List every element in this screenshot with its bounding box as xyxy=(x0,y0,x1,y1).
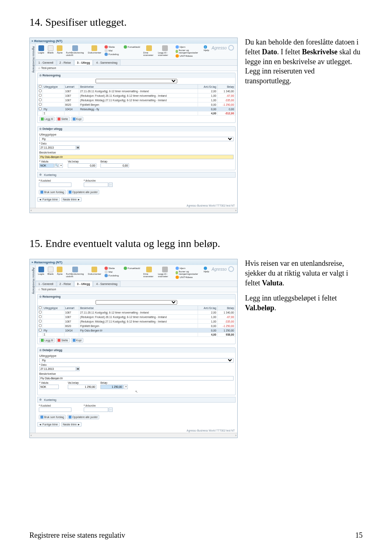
ideas-button[interactable]: UNIT4Ideas xyxy=(176,54,200,58)
side-menu[interactable]: Agresso Hovedmeny xyxy=(30,44,36,208)
currency-lookup-icon[interactable]: 🔍 xyxy=(54,163,58,168)
scrollbar[interactable]: ‹› xyxy=(30,208,237,213)
help-info-icon[interactable]: i xyxy=(204,45,209,49)
use-as-template-button[interactable]: Bruk som forslag xyxy=(39,190,66,194)
filter-select[interactable] xyxy=(96,79,177,83)
add-shortcut-button[interactable]: Legg til i snarveier xyxy=(157,266,173,278)
table-row[interactable]: Fly10414Reiseutlegg - fly0,000,00 xyxy=(38,107,235,111)
col-lonnart: Lønnart xyxy=(64,306,79,310)
table-row[interactable]: 1087(Reduksjon: Frokost) 28.11 Kostgodtg… xyxy=(38,93,235,98)
blank-button[interactable]: Blank xyxy=(47,266,54,276)
table-row[interactable]: Fly10414Fly Oslo-Bergen t/r0,001 250,00 xyxy=(38,328,235,333)
prev-step-button[interactable]: ◄ Forrige trinn xyxy=(37,422,60,427)
update-all-button[interactable]: Oppdatere alle poster xyxy=(67,190,100,194)
preview-button[interactable]: Forhåndsvisning utskrift xyxy=(65,45,85,57)
arbordre-lookup-icon[interactable]: … xyxy=(109,407,113,412)
nav-icons-button[interactable]: Ikoner og navigeringsstader xyxy=(176,49,200,54)
blank-button[interactable]: Blank xyxy=(47,45,54,54)
save-button[interactable]: Lagre xyxy=(37,266,45,276)
template-button[interactable]: Mal xyxy=(105,49,119,52)
add-row-button[interactable]: Legg til xyxy=(39,338,55,343)
table-row[interactable]: 108727.11-28.11 Kostgodtgj. 8-12 timer m… xyxy=(38,310,235,315)
col-check[interactable] xyxy=(39,306,42,309)
template-button[interactable]: Mal xyxy=(105,270,119,274)
screenshot-14: » Reiseregning (NT) Agresso Hovedmeny La… xyxy=(29,38,238,213)
amount-field[interactable] xyxy=(100,163,129,168)
ideas-button[interactable]: UNIT4Ideas xyxy=(176,276,200,279)
table-row[interactable]: 8620Flybillett Bergen0,00-1 250,00 xyxy=(38,102,235,107)
col-check[interactable] xyxy=(38,85,43,89)
currency-field[interactable] xyxy=(39,163,54,168)
kontering-section[interactable]: ☆Kontering xyxy=(37,172,236,178)
koststed-field[interactable] xyxy=(39,183,71,187)
add-row-button[interactable]: Legg til xyxy=(39,117,55,121)
open-button[interactable]: Åpne xyxy=(56,45,63,54)
calendar-icon[interactable]: ▦ xyxy=(76,367,80,371)
next-step-button[interactable]: Neste trinn ► xyxy=(61,422,82,427)
kontering-section[interactable]: ☆Kontering xyxy=(37,397,236,403)
arbordre-lookup-icon[interactable]: … xyxy=(109,183,113,187)
table-row[interactable]: 108727.11-28.11 Kostgodtgj. 8-12 timer m… xyxy=(38,89,235,93)
arbordre-field[interactable] xyxy=(84,407,108,412)
home-button[interactable]: Hjem xyxy=(176,45,200,49)
table-row[interactable]: 1087(Reduksjon: Middag) 27.11 Kostgodtgj… xyxy=(38,319,235,324)
valamount-field[interactable] xyxy=(68,163,96,168)
documents-button[interactable]: Dokumenter xyxy=(87,45,102,54)
copy-row-button[interactable]: Kopi xyxy=(71,117,83,121)
distribution-button[interactable]: Fordeling xyxy=(105,53,119,56)
save-button[interactable]: Lagre xyxy=(37,45,45,54)
filter-select[interactable] xyxy=(96,300,177,305)
date-field[interactable] xyxy=(39,367,76,371)
shortcuts-button[interactable]: Dine snarveier xyxy=(143,45,156,57)
distribution-button[interactable]: Fordeling xyxy=(105,274,119,277)
table-row[interactable]: 1087(Reduksjon: Middag) 27.11 Kostgodtgj… xyxy=(38,98,235,102)
calendar-icon[interactable]: ▦ xyxy=(76,145,80,150)
description-field[interactable] xyxy=(39,376,234,381)
nav-icons-button[interactable]: Ikoner og navigeringsstader xyxy=(176,270,200,275)
shortcuts-button[interactable]: Dine snarveier xyxy=(143,266,156,278)
tab-expenses[interactable]: 3 - Utlegg xyxy=(74,60,93,65)
help-info-icon[interactable] xyxy=(204,267,209,270)
help-button[interactable]: Hjelp xyxy=(204,270,209,273)
tab-travel[interactable]: 2 - Reise xyxy=(57,281,74,287)
type-select[interactable]: Fly xyxy=(39,137,234,141)
scrollbar[interactable]: ‹› xyxy=(30,433,237,438)
type-select[interactable]: Fly xyxy=(39,358,234,363)
open-button[interactable]: Åpne xyxy=(56,266,63,276)
draft-button[interactable]: Forsøkladd xyxy=(124,267,140,270)
date-field[interactable] xyxy=(39,145,76,150)
tab-expenses[interactable]: 3 - Utlegg xyxy=(74,281,93,287)
currency-dropdown-icon[interactable]: ▾ xyxy=(59,163,63,168)
next-step-button[interactable]: Neste trinn ► xyxy=(61,197,82,202)
table-row[interactable]: 1087(Reduksjon: Frokost) 28.11 Kostgodtg… xyxy=(38,315,235,319)
copy-row-button[interactable]: Kopi xyxy=(71,338,83,343)
description-field[interactable] xyxy=(39,155,234,159)
delete-button[interactable]: Slette xyxy=(105,267,119,270)
documents-button[interactable]: Dokumenter xyxy=(87,266,102,276)
table-row[interactable]: 8620Flybillett Bergen0,00-1 250,00 xyxy=(38,324,235,328)
home-button[interactable]: Hjem xyxy=(176,267,200,270)
prev-step-button[interactable]: ◄ Forrige trinn xyxy=(37,197,60,202)
currency-field[interactable] xyxy=(39,385,59,389)
tab-travel[interactable]: 2 - Reise xyxy=(57,60,74,65)
delete-row-button[interactable]: Slette xyxy=(56,117,70,121)
koststed-field[interactable] xyxy=(39,407,71,412)
tab-general[interactable]: 1 - Generell xyxy=(36,281,56,287)
draft-button[interactable]: Forsøkladd xyxy=(124,45,140,49)
help-button[interactable]: Hjelp xyxy=(204,49,209,51)
delete-button[interactable]: Slette xyxy=(105,45,119,49)
tab-summary[interactable]: 4 - Sammendrag xyxy=(93,60,120,65)
amount-field[interactable] xyxy=(100,385,123,389)
arbordre-field[interactable] xyxy=(84,183,108,187)
use-as-template-button[interactable]: Bruk som forslag xyxy=(39,415,66,419)
add-shortcut-button[interactable]: Legg til i snarveier xyxy=(157,45,173,57)
clear-icon[interactable]: ✕ xyxy=(124,385,128,389)
grid-heading: ☆ Reiseregning xyxy=(38,73,235,78)
delete-row-button[interactable]: Slette xyxy=(56,338,70,343)
tab-general[interactable]: 1 - Generell xyxy=(36,60,56,65)
side-menu[interactable]: Agresso Hovedmeny xyxy=(30,265,36,433)
valamount-field[interactable] xyxy=(68,385,96,389)
preview-button[interactable]: Forhåndsvisning utskrift xyxy=(65,266,85,278)
tab-summary[interactable]: 4 - Sammendrag xyxy=(93,281,120,287)
update-all-button[interactable]: Oppdatere alle poster xyxy=(67,415,100,419)
